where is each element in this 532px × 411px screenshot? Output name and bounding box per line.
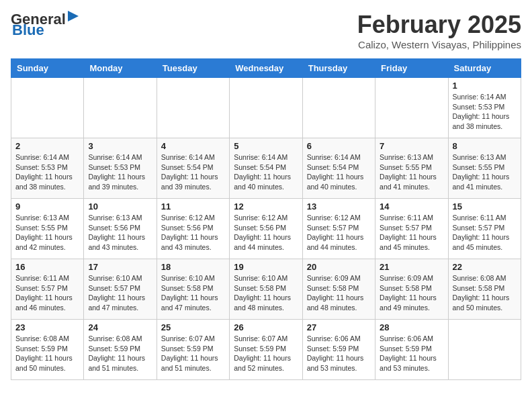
day-info: Sunrise: 6:14 AM Sunset: 5:54 PM Dayligh… xyxy=(234,152,298,192)
day-info: Sunrise: 6:14 AM Sunset: 5:53 PM Dayligh… xyxy=(15,152,79,192)
day-number: 28 xyxy=(380,322,443,332)
calendar-cell: 11Sunrise: 6:12 AM Sunset: 5:56 PM Dayli… xyxy=(157,199,229,259)
day-info: Sunrise: 6:09 AM Sunset: 5:58 PM Dayligh… xyxy=(307,273,371,313)
day-number: 22 xyxy=(453,262,517,272)
day-number: 2 xyxy=(15,141,79,151)
logo-flag-icon xyxy=(66,11,80,28)
title-block: February 2025 Calizo, Western Visayas, P… xyxy=(357,11,521,50)
day-info: Sunrise: 6:06 AM Sunset: 5:59 PM Dayligh… xyxy=(307,334,371,373)
calendar-cell: 6Sunrise: 6:14 AM Sunset: 5:54 PM Daylig… xyxy=(302,138,375,199)
calendar-cell: 9Sunrise: 6:13 AM Sunset: 5:55 PM Daylig… xyxy=(11,199,84,259)
day-info: Sunrise: 6:12 AM Sunset: 5:56 PM Dayligh… xyxy=(234,213,298,253)
calendar-week-row: 16Sunrise: 6:11 AM Sunset: 5:57 PM Dayli… xyxy=(11,259,521,320)
day-number: 9 xyxy=(15,201,79,212)
day-info: Sunrise: 6:08 AM Sunset: 5:59 PM Dayligh… xyxy=(15,334,79,373)
day-number: 12 xyxy=(234,201,298,212)
logo: General Blue xyxy=(11,11,80,39)
logo-blue-text: Blue xyxy=(12,21,44,39)
day-number: 15 xyxy=(453,201,517,212)
day-info: Sunrise: 6:11 AM Sunset: 5:57 PM Dayligh… xyxy=(15,273,79,313)
day-number: 20 xyxy=(307,262,371,272)
day-number: 3 xyxy=(88,141,152,151)
day-info: Sunrise: 6:13 AM Sunset: 5:55 PM Dayligh… xyxy=(15,213,79,253)
day-number: 27 xyxy=(307,322,371,332)
day-number: 16 xyxy=(15,262,79,272)
day-info: Sunrise: 6:08 AM Sunset: 5:59 PM Dayligh… xyxy=(88,334,152,373)
calendar-cell: 17Sunrise: 6:10 AM Sunset: 5:57 PM Dayli… xyxy=(84,259,157,320)
calendar-cell: 3Sunrise: 6:14 AM Sunset: 5:53 PM Daylig… xyxy=(84,138,157,199)
location-text: Calizo, Western Visayas, Philippines xyxy=(357,39,521,50)
calendar-cell: 22Sunrise: 6:08 AM Sunset: 5:58 PM Dayli… xyxy=(448,259,521,320)
calendar-cell: 4Sunrise: 6:14 AM Sunset: 5:54 PM Daylig… xyxy=(157,138,229,199)
day-info: Sunrise: 6:14 AM Sunset: 5:54 PM Dayligh… xyxy=(307,152,371,192)
day-info: Sunrise: 6:10 AM Sunset: 5:58 PM Dayligh… xyxy=(234,273,298,313)
calendar-cell: 24Sunrise: 6:08 AM Sunset: 5:59 PM Dayli… xyxy=(84,320,157,380)
calendar-cell: 28Sunrise: 6:06 AM Sunset: 5:59 PM Dayli… xyxy=(375,320,448,380)
day-number: 19 xyxy=(234,262,298,272)
calendar-cell: 19Sunrise: 6:10 AM Sunset: 5:58 PM Dayli… xyxy=(230,259,302,320)
day-number: 4 xyxy=(161,141,225,151)
svg-marker-0 xyxy=(68,11,79,21)
calendar-cell: 23Sunrise: 6:08 AM Sunset: 5:59 PM Dayli… xyxy=(11,320,84,380)
calendar-header-wednesday: Wednesday xyxy=(230,59,302,78)
calendar-week-row: 2Sunrise: 6:14 AM Sunset: 5:53 PM Daylig… xyxy=(11,138,521,199)
day-number: 13 xyxy=(307,201,371,212)
day-info: Sunrise: 6:09 AM Sunset: 5:58 PM Dayligh… xyxy=(380,273,443,313)
day-info: Sunrise: 6:11 AM Sunset: 5:57 PM Dayligh… xyxy=(453,213,517,253)
day-number: 5 xyxy=(234,141,298,151)
calendar-header-sunday: Sunday xyxy=(11,59,84,78)
day-number: 7 xyxy=(380,141,443,151)
calendar-cell: 14Sunrise: 6:11 AM Sunset: 5:57 PM Dayli… xyxy=(375,199,448,259)
day-info: Sunrise: 6:12 AM Sunset: 5:57 PM Dayligh… xyxy=(307,213,371,253)
day-number: 1 xyxy=(453,81,517,91)
calendar-cell: 15Sunrise: 6:11 AM Sunset: 5:57 PM Dayli… xyxy=(448,199,521,259)
page-header: General Blue February 2025 Calizo, Weste… xyxy=(11,11,521,50)
calendar-cell: 5Sunrise: 6:14 AM Sunset: 5:54 PM Daylig… xyxy=(230,138,302,199)
calendar-header-saturday: Saturday xyxy=(448,59,521,78)
calendar-cell: 7Sunrise: 6:13 AM Sunset: 5:55 PM Daylig… xyxy=(375,138,448,199)
day-info: Sunrise: 6:13 AM Sunset: 5:56 PM Dayligh… xyxy=(88,213,152,253)
calendar-cell xyxy=(375,78,448,138)
calendar-week-row: 9Sunrise: 6:13 AM Sunset: 5:55 PM Daylig… xyxy=(11,199,521,259)
calendar-cell: 10Sunrise: 6:13 AM Sunset: 5:56 PM Dayli… xyxy=(84,199,157,259)
day-info: Sunrise: 6:14 AM Sunset: 5:54 PM Dayligh… xyxy=(161,152,225,192)
calendar-week-row: 1Sunrise: 6:14 AM Sunset: 5:53 PM Daylig… xyxy=(11,78,521,138)
day-number: 25 xyxy=(161,322,225,332)
calendar-cell: 27Sunrise: 6:06 AM Sunset: 5:59 PM Dayli… xyxy=(302,320,375,380)
day-info: Sunrise: 6:07 AM Sunset: 5:59 PM Dayligh… xyxy=(234,334,298,373)
day-number: 24 xyxy=(88,322,152,332)
day-info: Sunrise: 6:10 AM Sunset: 5:57 PM Dayligh… xyxy=(88,273,152,313)
calendar-cell xyxy=(448,320,521,380)
calendar-cell: 18Sunrise: 6:10 AM Sunset: 5:58 PM Dayli… xyxy=(157,259,229,320)
calendar-cell: 26Sunrise: 6:07 AM Sunset: 5:59 PM Dayli… xyxy=(230,320,302,380)
calendar-table: SundayMondayTuesdayWednesdayThursdayFrid… xyxy=(11,58,521,380)
day-number: 6 xyxy=(307,141,371,151)
day-info: Sunrise: 6:13 AM Sunset: 5:55 PM Dayligh… xyxy=(453,152,517,192)
day-info: Sunrise: 6:06 AM Sunset: 5:59 PM Dayligh… xyxy=(380,334,443,373)
calendar-cell: 8Sunrise: 6:13 AM Sunset: 5:55 PM Daylig… xyxy=(448,138,521,199)
day-number: 18 xyxy=(161,262,225,272)
calendar-header-thursday: Thursday xyxy=(302,59,375,78)
calendar-header-tuesday: Tuesday xyxy=(157,59,229,78)
month-title: February 2025 xyxy=(357,11,521,39)
calendar-cell xyxy=(157,78,229,138)
calendar-cell: 21Sunrise: 6:09 AM Sunset: 5:58 PM Dayli… xyxy=(375,259,448,320)
calendar-cell: 1Sunrise: 6:14 AM Sunset: 5:53 PM Daylig… xyxy=(448,78,521,138)
calendar-cell: 2Sunrise: 6:14 AM Sunset: 5:53 PM Daylig… xyxy=(11,138,84,199)
day-info: Sunrise: 6:12 AM Sunset: 5:56 PM Dayligh… xyxy=(161,213,225,253)
calendar-cell xyxy=(302,78,375,138)
calendar-cell: 12Sunrise: 6:12 AM Sunset: 5:56 PM Dayli… xyxy=(230,199,302,259)
calendar-cell: 16Sunrise: 6:11 AM Sunset: 5:57 PM Dayli… xyxy=(11,259,84,320)
calendar-cell xyxy=(230,78,302,138)
day-info: Sunrise: 6:14 AM Sunset: 5:53 PM Dayligh… xyxy=(453,92,517,132)
day-number: 23 xyxy=(15,322,79,332)
day-number: 8 xyxy=(453,141,517,151)
calendar-header-row: SundayMondayTuesdayWednesdayThursdayFrid… xyxy=(11,59,521,78)
day-info: Sunrise: 6:14 AM Sunset: 5:53 PM Dayligh… xyxy=(88,152,152,192)
calendar-cell: 13Sunrise: 6:12 AM Sunset: 5:57 PM Dayli… xyxy=(302,199,375,259)
day-info: Sunrise: 6:08 AM Sunset: 5:58 PM Dayligh… xyxy=(453,273,517,313)
calendar-cell: 20Sunrise: 6:09 AM Sunset: 5:58 PM Dayli… xyxy=(302,259,375,320)
day-number: 14 xyxy=(380,201,443,212)
calendar-cell: 25Sunrise: 6:07 AM Sunset: 5:59 PM Dayli… xyxy=(157,320,229,380)
calendar-cell xyxy=(84,78,157,138)
